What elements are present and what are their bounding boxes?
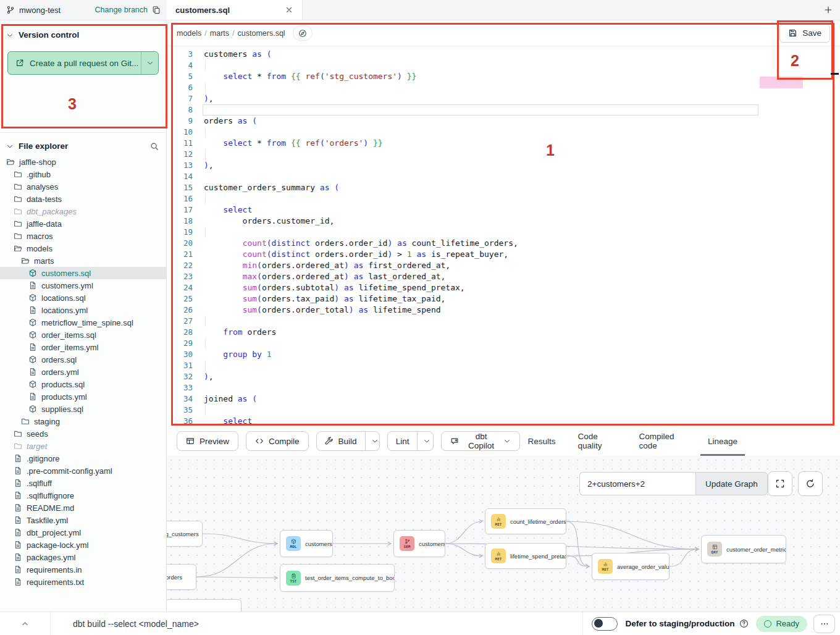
file-row-staging[interactable]: staging bbox=[0, 415, 166, 427]
search-icon[interactable] bbox=[150, 142, 159, 151]
dbt-copilot-button[interactable]: dbt Copilot bbox=[441, 431, 521, 451]
file-row-order_items.yml[interactable]: order_items.yml bbox=[0, 341, 166, 353]
file-row-requirements.txt[interactable]: requirements.txt bbox=[0, 576, 166, 588]
save-button[interactable]: Save bbox=[779, 24, 830, 43]
file-row-dbt_project.yml[interactable]: dbt_project.yml bbox=[0, 526, 166, 539]
change-branch-link[interactable]: Change branch bbox=[95, 6, 148, 14]
breadcrumb-marts[interactable]: marts bbox=[210, 29, 229, 38]
lineage-node-customers_mdl[interactable]: MDLcustomers bbox=[280, 530, 333, 557]
refresh-button[interactable] bbox=[798, 471, 823, 496]
breadcrumb-models[interactable]: models bbox=[177, 29, 201, 38]
lineage-node-orders[interactable]: orders bbox=[167, 564, 196, 590]
tab-results[interactable]: Results bbox=[527, 426, 555, 456]
tab-lineage[interactable]: Lineage bbox=[708, 426, 737, 456]
compile-button[interactable]: Compile bbox=[246, 431, 309, 451]
create-pr-label: Create a pull request on Git... bbox=[30, 59, 138, 68]
editor-minimap[interactable] bbox=[760, 46, 810, 145]
code-line-23: 23 max(orders.ordered_at) as last_ordere… bbox=[167, 271, 840, 282]
lineage-selector-input[interactable] bbox=[579, 472, 695, 495]
pr-dropdown-chevron[interactable] bbox=[141, 52, 158, 74]
tab-compiled-code[interactable]: Compiled code bbox=[639, 426, 686, 456]
help-icon[interactable] bbox=[739, 619, 749, 628]
editor-tab-customers-sql[interactable]: customers.sql bbox=[167, 0, 303, 20]
lint-button[interactable]: Lint bbox=[388, 432, 418, 450]
command-input[interactable]: dbt build --select <model_name> bbox=[73, 619, 199, 629]
file-row-requirements.in[interactable]: requirements.in bbox=[0, 563, 166, 576]
lint-dropdown-chevron[interactable] bbox=[417, 432, 433, 450]
file-icon bbox=[14, 553, 22, 561]
code-line-13: 13), bbox=[167, 160, 840, 171]
file-row-.sqlfluffignore[interactable]: .sqlfluffignore bbox=[0, 489, 166, 502]
lineage-node-customer_order_metrics[interactable]: QRYcustomer_order_metrics bbox=[701, 535, 786, 563]
file-row-orders.yml[interactable]: orders.yml bbox=[0, 366, 166, 378]
build-button[interactable]: Build bbox=[317, 432, 365, 450]
preview-button[interactable]: Preview bbox=[177, 431, 238, 451]
file-row-locations.sql[interactable]: locations.sql bbox=[0, 292, 166, 304]
code-editor[interactable]: 3customers as (45 select * from {{ ref('… bbox=[167, 46, 840, 426]
file-row-supplies.sql[interactable]: supplies.sql bbox=[0, 403, 166, 415]
file-row-products.yml[interactable]: products.yml bbox=[0, 390, 166, 403]
file-row-data-tests[interactable]: data-tests bbox=[0, 193, 166, 205]
command-bar-expand[interactable] bbox=[0, 612, 51, 635]
fullscreen-button[interactable] bbox=[768, 471, 792, 496]
lineage-node-lifetime_spend_pretax[interactable]: METlifetime_spend_pretax bbox=[485, 543, 566, 569]
more-options-button[interactable] bbox=[813, 615, 835, 633]
breadcrumb-file[interactable]: customers.sql bbox=[238, 29, 285, 38]
create-pr-button[interactable]: Create a pull request on Git... bbox=[7, 51, 159, 75]
lineage-node-tst[interactable]: TSTtest_order_items_compute_to_bools... bbox=[280, 564, 395, 592]
file-row-.gitignore[interactable]: .gitignore bbox=[0, 452, 166, 465]
copy-icon[interactable] bbox=[152, 6, 161, 14]
file-row-jaffle-data[interactable]: jaffle-data bbox=[0, 217, 166, 230]
file-row-README.md[interactable]: README.md bbox=[0, 502, 166, 514]
file-explorer-header[interactable]: File explorer bbox=[0, 133, 166, 156]
chevron-down-icon bbox=[423, 437, 430, 445]
build-dropdown-chevron[interactable] bbox=[365, 432, 380, 450]
code-line-30: 30 group by 1 bbox=[167, 349, 840, 360]
file-row-Taskfile.yml[interactable]: Taskfile.yml bbox=[0, 514, 166, 526]
bars-badge-icon: MET bbox=[491, 549, 506, 563]
file-row-analyses[interactable]: analyses bbox=[0, 180, 166, 193]
file-row-orders.sql[interactable]: orders.sql bbox=[0, 353, 166, 366]
defer-toggle[interactable] bbox=[592, 617, 618, 631]
code-line-4: 4 bbox=[167, 60, 840, 71]
tab-code-quality[interactable]: Code quality bbox=[578, 426, 616, 456]
folder-open-icon bbox=[6, 158, 15, 166]
file-row-macros[interactable]: macros bbox=[0, 230, 166, 242]
file-row-packages.yml[interactable]: packages.yml bbox=[0, 551, 166, 563]
new-tab-plus-icon[interactable] bbox=[824, 6, 833, 14]
file-row-customers.yml[interactable]: customers.yml bbox=[0, 279, 166, 292]
update-graph-button[interactable]: Update Graph bbox=[695, 472, 768, 495]
version-control-header[interactable]: Version control bbox=[0, 20, 166, 43]
compass-button[interactable] bbox=[293, 25, 313, 41]
file-row-customers.sql[interactable]: customers.sql bbox=[0, 267, 166, 279]
file-row-target[interactable]: target bbox=[0, 440, 166, 452]
code-line-12: 12 bbox=[167, 149, 840, 160]
file-label: jaffle-shop bbox=[19, 158, 56, 167]
file-row-metricflow_time_spine.sql[interactable]: metricflow_time_spine.sql bbox=[0, 316, 166, 329]
file-row-models[interactable]: models bbox=[0, 242, 166, 254]
file-label: data-tests bbox=[27, 195, 62, 204]
file-row-locations.yml[interactable]: locations.yml bbox=[0, 304, 166, 316]
file-row-.sqlfluff[interactable]: .sqlfluff bbox=[0, 477, 166, 489]
file-label: .sqlfluffignore bbox=[27, 491, 74, 500]
close-icon[interactable] bbox=[285, 6, 293, 14]
file-label: supplies.sql bbox=[41, 405, 83, 414]
version-control-title: Version control bbox=[19, 30, 79, 40]
file-row-.github[interactable]: .github bbox=[0, 168, 166, 180]
file-row-.pre-commit-config.yaml[interactable]: .pre-commit-config.yaml bbox=[0, 465, 166, 477]
file-label: marts bbox=[34, 256, 54, 266]
file-row-seeds[interactable]: seeds bbox=[0, 427, 166, 440]
file-row-products.sql[interactable]: products.sql bbox=[0, 378, 166, 390]
file-row-jaffle-shop[interactable]: jaffle-shop bbox=[0, 156, 166, 168]
lineage-node-label: test_order_items_compute_to_bools... bbox=[305, 574, 395, 581]
lineage-node-customers_sem[interactable]: SEMcustomers bbox=[393, 530, 445, 557]
lineage-node-partial[interactable] bbox=[167, 599, 242, 612]
lineage-node-stg_customers[interactable]: stg_customers bbox=[167, 521, 203, 547]
file-row-order_items.sql[interactable]: order_items.sql bbox=[0, 329, 166, 341]
code-line-35: 35 bbox=[167, 405, 840, 416]
file-row-package-lock.yml[interactable]: package-lock.yml bbox=[0, 539, 166, 551]
lineage-node-count_lifetime_orders[interactable]: METcount_lifetime_orders bbox=[485, 508, 566, 534]
file-row-marts[interactable]: marts bbox=[0, 254, 166, 267]
file-row-dbt_packages[interactable]: dbt_packages bbox=[0, 205, 166, 217]
lineage-node-average_order_value[interactable]: METaverage_order_value bbox=[592, 553, 670, 580]
